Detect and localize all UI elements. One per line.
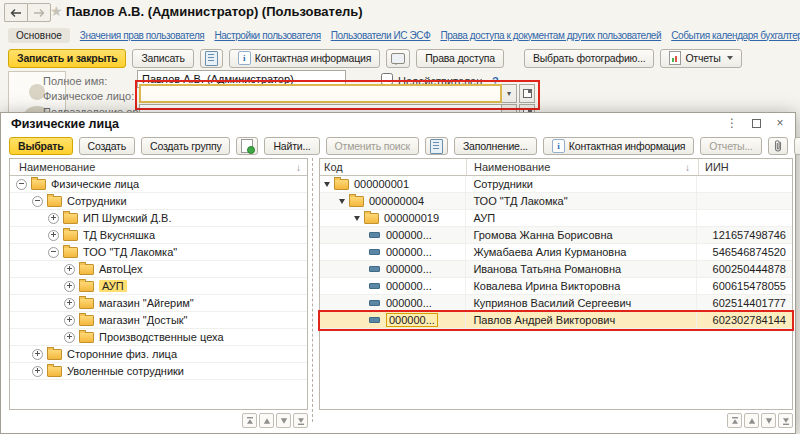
tree-row[interactable]: магазин "Достык": [10, 312, 307, 329]
back-arrow-icon: [10, 8, 22, 18]
tree-row-label: Сторонние физ. лица: [67, 348, 177, 360]
collapse-icon[interactable]: [16, 179, 27, 190]
expand-icon[interactable]: [48, 213, 59, 224]
favorite-star-icon[interactable]: ★: [50, 3, 63, 19]
folder-icon: [63, 213, 78, 224]
table-group-row[interactable]: 000000004ТОО "ТД Лакомка": [320, 193, 792, 210]
code-cell: 000000001: [320, 176, 466, 192]
collapse-triangle-icon[interactable]: [339, 199, 345, 204]
name-cell: Громова Жанна Борисовна: [466, 227, 697, 243]
tab-main[interactable]: Основное: [8, 28, 70, 43]
tree-row-label: Физические лица: [51, 178, 139, 190]
tree-header[interactable]: Наименование ↓: [10, 159, 307, 176]
scroll-down-button[interactable]: [761, 413, 776, 428]
tree-row[interactable]: ИП Шумский Д.В.: [10, 210, 307, 227]
iin-cell: 602302784144: [697, 312, 792, 328]
scroll-bottom-button[interactable]: [778, 413, 793, 428]
tree-row[interactable]: Сторонние физ. лица: [10, 346, 307, 363]
tab-accountant-calendar[interactable]: События календаря бухгалтера: [671, 30, 800, 41]
table-scroll-buttons: [727, 413, 793, 428]
create-copy-button[interactable]: [236, 137, 258, 155]
full-name-label: Полное имя:: [43, 75, 107, 87]
save-close-button[interactable]: Записать и закрыть: [8, 49, 126, 68]
comment-button[interactable]: [386, 49, 410, 68]
list-settings-button[interactable]: [425, 137, 448, 155]
attachments-button[interactable]: [768, 137, 788, 155]
tree-row[interactable]: магазин "Айгерим": [10, 295, 307, 312]
contact-info-button[interactable]: i Контактная информация: [229, 49, 380, 68]
tree-row-label: магазин "Айгерим": [99, 297, 194, 309]
column-header-name[interactable]: Наименование ↓: [467, 159, 699, 175]
reports-button[interactable]: Отчеты: [660, 49, 741, 68]
tree-row[interactable]: Сотрудники: [10, 193, 307, 210]
tree-row[interactable]: ТОО "ТД Лакомка": [10, 244, 307, 261]
dialog-contact-info-button[interactable]: i Контактная информация: [543, 137, 694, 155]
code-value: 000000...: [386, 280, 432, 292]
table-person-row[interactable]: 000000...Жумабаева Алия Курмановна546546…: [320, 244, 792, 261]
access-rights-button[interactable]: Права доступа: [416, 49, 504, 68]
history-button[interactable]: [200, 49, 223, 68]
table-group-row[interactable]: 000000001Сотрудники: [320, 176, 792, 193]
table-person-row[interactable]: 000000...Павлов Андрей Викторович6023027…: [320, 312, 792, 329]
tree-row[interactable]: Производственные цеха: [10, 329, 307, 346]
tree-row[interactable]: Уволенные сотрудники: [10, 363, 307, 380]
back-button[interactable]: [4, 3, 27, 22]
person-input[interactable]: [139, 84, 502, 103]
close-button[interactable]: ×: [773, 116, 787, 130]
tab-is-esf-users[interactable]: Пользователи ИС ЭСФ: [331, 30, 431, 41]
column-header-iin[interactable]: ИИН: [699, 161, 792, 173]
window-topbar: ★ Павлов А.В. (Администратор) (Пользоват…: [0, 0, 800, 24]
scroll-down-button[interactable]: [276, 413, 291, 428]
table-person-row[interactable]: 000000...Иванова Татьяна Романовна600250…: [320, 261, 792, 278]
tab-user-rights-values[interactable]: Значения прав пользователя: [80, 30, 205, 41]
collapse-icon[interactable]: [48, 247, 59, 258]
find-button[interactable]: Найти...: [264, 137, 319, 155]
tab-user-settings[interactable]: Настройки пользователя: [214, 30, 320, 41]
scroll-down-icon: [279, 416, 289, 426]
expand-icon[interactable]: [64, 332, 75, 343]
expand-icon[interactable]: [32, 349, 43, 360]
table-group-row[interactable]: 000000019АУП: [320, 210, 792, 227]
expand-icon[interactable]: [32, 366, 43, 377]
table-person-row[interactable]: 000000...Громова Жанна Борисовна12165749…: [320, 227, 792, 244]
scroll-up-button[interactable]: [259, 413, 274, 428]
tree-row[interactable]: АвтоЦех: [10, 261, 307, 278]
code-cell: 000000019: [320, 210, 466, 226]
more-menu-icon[interactable]: ⋮: [725, 116, 739, 130]
expand-icon[interactable]: [64, 298, 75, 309]
expand-icon[interactable]: [64, 281, 75, 292]
collapse-triangle-icon[interactable]: [354, 216, 360, 221]
forward-button[interactable]: [27, 3, 51, 22]
collapse-icon[interactable]: [32, 196, 43, 207]
tree-row[interactable]: АУП: [10, 278, 307, 295]
select-button[interactable]: Выбрать: [9, 137, 73, 155]
scroll-top-button[interactable]: [242, 413, 257, 428]
panel-splitter[interactable]: [312, 158, 313, 422]
scroll-up-button[interactable]: [744, 413, 759, 428]
expand-icon[interactable]: [64, 315, 75, 326]
choose-photo-button[interactable]: Выбрать фотографию...: [524, 49, 654, 68]
maximize-button[interactable]: [749, 116, 763, 130]
person-open-button[interactable]: [519, 84, 535, 103]
folder-icon: [79, 298, 94, 309]
scroll-bottom-button[interactable]: [293, 413, 308, 428]
create-button[interactable]: Создать: [79, 137, 136, 155]
tab-access-rights-docs[interactable]: Права доступа к документам других пользо…: [440, 30, 661, 41]
column-header-code[interactable]: Код: [320, 159, 467, 175]
table-header: Код Наименование ↓ ИИН: [320, 159, 792, 176]
create-group-button[interactable]: Создать группу: [141, 137, 230, 155]
create-based-on-button[interactable]: Создать на основании: [794, 137, 800, 155]
code-cell: 000000...: [320, 261, 466, 277]
tree-row[interactable]: ТД Вкусняшка: [10, 227, 307, 244]
tree-row[interactable]: Физические лица: [10, 176, 307, 193]
expand-icon[interactable]: [48, 230, 59, 241]
collapse-triangle-icon[interactable]: [324, 182, 330, 187]
save-button[interactable]: Записать: [132, 49, 193, 68]
person-dropdown-button[interactable]: ▾: [502, 84, 517, 103]
table-person-row[interactable]: 000000...Куприянов Василий Сергеевич6025…: [320, 295, 792, 312]
expand-icon[interactable]: [64, 264, 75, 275]
table-person-row[interactable]: 000000...Ковалева Ирина Викторовна600615…: [320, 278, 792, 295]
fill-button[interactable]: Заполнение...: [454, 137, 537, 155]
scroll-top-button[interactable]: [727, 413, 742, 428]
scroll-down-icon: [764, 416, 774, 426]
